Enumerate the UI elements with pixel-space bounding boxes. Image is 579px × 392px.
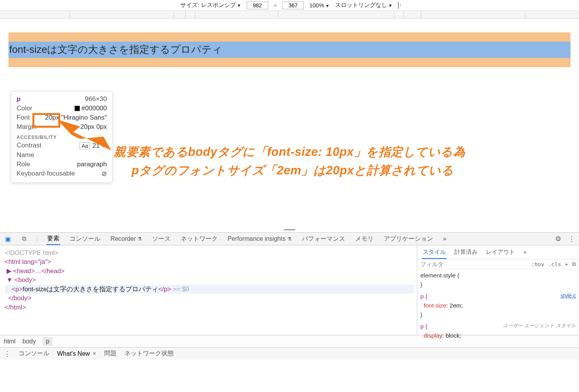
viewport-height-input[interactable]	[282, 2, 304, 9]
tab-network[interactable]: ネットワーク	[180, 233, 218, 245]
styles-add-rule[interactable]: +	[565, 261, 568, 267]
devtools-split: <!DOCTYPE html> <html lang="ja"> ▶ <head…	[0, 245, 579, 335]
styles-tab-layout[interactable]: レイアウト	[485, 248, 516, 259]
ruler	[0, 11, 579, 19]
crumb-p[interactable]: p	[43, 337, 52, 346]
tooltip-color-value: #000000	[81, 105, 107, 112]
styles-panel: スタイル 計算済み レイアウト » :hov .cls + ⧉ element.…	[417, 245, 579, 335]
drawer-tab-netcond[interactable]: ネットワーク状態	[124, 350, 174, 358]
annotation-arrow-icon	[57, 120, 115, 150]
tab-performance-insights[interactable]: Performance insights	[227, 234, 293, 244]
styles-tab-more[interactable]: »	[523, 248, 527, 259]
crumb-body[interactable]: body	[22, 338, 36, 345]
rotate-icon[interactable]	[398, 2, 399, 8]
rule-source-link[interactable]: style.c	[560, 292, 576, 300]
annotation-line-2: pタグのフォントサイズ「2em」は20pxと計算されている	[114, 161, 465, 180]
tab-memory[interactable]: メモリ	[354, 233, 374, 245]
styles-cls-toggle[interactable]: .cls	[548, 261, 561, 267]
device-toggle-icon[interactable]: ⧉	[20, 235, 28, 242]
drawer-tab-whatsnew[interactable]: What's New	[57, 350, 90, 357]
dom-body-close[interactable]: </body>	[5, 294, 31, 301]
styles-box-icon[interactable]: ⧉	[572, 261, 576, 267]
tab-elements[interactable]: 要素	[46, 233, 60, 245]
tooltip-font-label: Font	[17, 114, 30, 122]
styles-filter-input[interactable]	[420, 261, 527, 267]
device-toolbar: サイズ: レスポンシブ × 100% スロットリングなし	[0, 0, 579, 11]
dom-body-open[interactable]: ▼ <body>	[7, 276, 36, 283]
rule-p-selector[interactable]: p {	[420, 293, 427, 299]
svg-marker-0	[57, 120, 111, 150]
color-swatch-icon	[74, 106, 80, 111]
margin-bottom-overlay	[8, 58, 571, 67]
tab-sources[interactable]: ソース	[151, 233, 171, 245]
gear-icon[interactable]: ⚙	[555, 235, 561, 243]
styles-tab-styles[interactable]: スタイル	[422, 248, 447, 259]
viewport-width-input[interactable]	[247, 2, 268, 9]
tooltip-dimensions: 966×30	[85, 95, 107, 103]
drawer-tab-issues[interactable]: 問題	[104, 350, 117, 358]
dom-html-open[interactable]: <html lang="ja">	[5, 258, 51, 265]
tab-more[interactable]: »	[442, 234, 447, 244]
annotation-highlight-box	[32, 113, 60, 128]
dom-tree[interactable]: <!DOCTYPE html> <html lang="ja"> ▶ <head…	[0, 245, 417, 335]
dom-selected-row[interactable]: <p>font-sizeは文字の大きさを指定するプロパティ</p> == $0	[5, 285, 414, 294]
rule-prop-display: display	[424, 332, 442, 339]
annotation-line-1: 親要素であるbodyタグに「font-size: 10px」を指定している為	[114, 143, 465, 161]
drawer-tabs: ⋮ コンソール What's New✕ 問題 ネットワーク状態	[0, 347, 579, 360]
rule-val-display: block;	[446, 332, 462, 339]
tab-recorder[interactable]: Recorder	[110, 234, 142, 244]
tooltip-name-label: Name	[17, 151, 34, 159]
styles-hov-toggle[interactable]: :hov	[531, 261, 544, 267]
styles-rules[interactable]: element.style { } p {style.c font-size: …	[417, 269, 579, 342]
dom-doctype: <!DOCTYPE html>	[5, 249, 58, 256]
inspected-p-element[interactable]: font-sizeは文字の大きさを指定するプロパティ	[8, 42, 571, 58]
rule-p-ua-selector: p {	[420, 323, 427, 329]
tooltip-keyboard-label: Keyboard-focusable	[17, 170, 75, 178]
rule-prop-fontsize[interactable]: font-size	[424, 302, 447, 309]
zoom-dropdown[interactable]: 100%	[309, 2, 329, 8]
rule-val-fontsize[interactable]: 2em;	[450, 302, 463, 309]
devtools-tabs: ▣ ⧉ | 要素 コンソール Recorder ソース ネットワーク Perfo…	[0, 232, 579, 245]
tooltip-contrast-label: Contrast	[17, 142, 41, 150]
tooltip-role-label: Role	[17, 161, 30, 168]
styles-tab-computed[interactable]: 計算済み	[454, 248, 478, 259]
tab-performance[interactable]: パフォーマンス	[301, 233, 346, 245]
kebab-icon[interactable]: ⋮	[568, 235, 575, 243]
dim-separator: ×	[274, 2, 277, 8]
tooltip-role-value: paragraph	[77, 161, 107, 168]
dom-html-close[interactable]: </html>	[5, 304, 26, 311]
viewport: font-sizeは文字の大きさを指定するプロパティ p966×30 Color…	[0, 19, 579, 227]
responsive-dropdown[interactable]: サイズ: レスポンシブ	[180, 2, 241, 9]
throttling-dropdown[interactable]: スロットリングなし	[335, 2, 393, 9]
rule-element-style[interactable]: element.style {	[420, 271, 576, 280]
annotation-text: 親要素であるbodyタグに「font-size: 10px」を指定している為 p…	[114, 143, 465, 180]
dom-head[interactable]: ▶ <head>…</head>	[7, 267, 65, 274]
tab-console[interactable]: コンソール	[69, 233, 101, 245]
tooltip-color-label: Color	[17, 105, 32, 112]
tooltip-tagname: p	[17, 95, 20, 103]
drawer-tab-console[interactable]: コンソール	[19, 350, 49, 358]
close-icon[interactable]: ✕	[92, 351, 96, 357]
tab-application[interactable]: アプリケーション	[383, 233, 434, 245]
inspect-icon[interactable]: ▣	[4, 235, 12, 243]
margin-top-overlay	[8, 32, 571, 42]
tooltip-keyboard-value: ⊘	[102, 170, 107, 178]
crumb-html[interactable]: html	[4, 338, 15, 345]
rule-ua-label: ユーザー エージェント スタイル	[503, 322, 576, 329]
panel-resize-handle[interactable]	[0, 227, 579, 232]
drawer-kebab-icon[interactable]: ⋮	[4, 350, 11, 358]
